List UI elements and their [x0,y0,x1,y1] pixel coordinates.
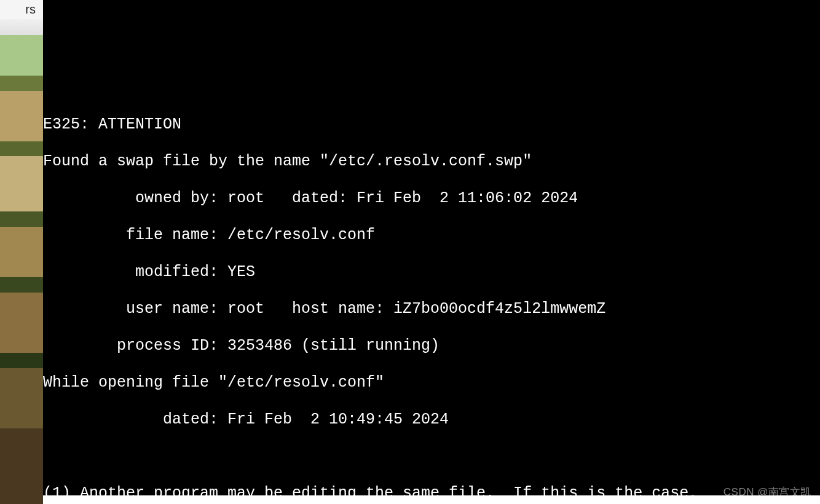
vim-swap-found: Found a swap file by the name "/etc/.res… [43,152,716,171]
vim-owned-by: owned by: root dated: Fri Feb 2 11:06:02… [43,189,716,208]
vim-file-dated: dated: Fri Feb 2 10:49:45 2024 [43,411,716,429]
terminal-window[interactable]: E325: ATTENTION Found a swap file by the… [43,0,820,504]
vim-process-id: process ID: 3253486 (still running) [43,337,716,355]
bottom-white-strip [43,495,820,504]
vim-while-opening: While opening file "/etc/resolv.conf" [43,374,716,392]
tab-label-fragment: rs [25,2,36,17]
desktop-wallpaper-strip [0,0,43,504]
vim-file-name: file name: /etc/resolv.conf [43,226,716,245]
terminal-output: E325: ATTENTION Found a swap file by the… [43,97,716,504]
vim-user-host: user name: root host name: iZ7bo00ocdf4z… [43,300,716,318]
blank-line [43,447,716,466]
vim-attention-header: E325: ATTENTION [43,116,716,134]
vim-modified: modified: YES [43,263,716,282]
window-tab-fragment: rs [0,0,43,20]
